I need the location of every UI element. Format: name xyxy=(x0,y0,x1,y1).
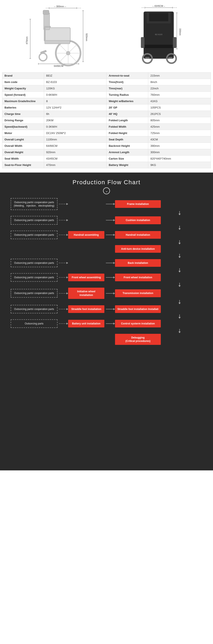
outsorcing-box-4: Outsorcing parts\ cooperation parts xyxy=(11,259,58,267)
spec-val-12-2: 300mm xyxy=(148,149,211,156)
arrow-6b xyxy=(104,277,115,278)
arrow-5b xyxy=(104,263,115,263)
spec-row-14: Seat-to-Floor Height 470mm Battery Weigh… xyxy=(2,162,211,168)
cushion-installation-box: Cushion installation xyxy=(115,216,161,224)
spec-label-12-2: Armrest Length xyxy=(107,149,148,156)
spec-row-10: Overall Lenght 1100mm Seat Depth 43CM xyxy=(2,136,211,143)
spec-row-9: Motor DC24V 250W*2 Folded Height 725mm xyxy=(2,130,211,136)
spec-label-2-1: Weight Capacity xyxy=(2,85,44,92)
spec-val-2-1: 120KG xyxy=(44,85,107,92)
svg-rect-46 xyxy=(141,37,144,48)
flow-section: Production Flow Chart ⌄ Outsorcing parts… xyxy=(0,172,213,470)
spec-val-3-2: 760mm xyxy=(148,92,211,98)
spec-val-7-2: 805mm xyxy=(148,117,211,124)
spec-table: Brand BEIZ Armrest-to-seat 215mm Item co… xyxy=(2,72,211,168)
spec-label-10-2: Seat Depth xyxy=(107,136,148,143)
arrow-3 xyxy=(58,235,68,235)
spec-label-1-1: Item code xyxy=(2,79,44,85)
flow-step-1: Outsorcing parts\ cooperation parts (Wel… xyxy=(11,198,202,210)
product-image-section: -- 300mm -- 470mm 920mm 64/66CM xyxy=(0,0,213,72)
spec-val-2-2: 22inch xyxy=(148,85,211,92)
spec-label-8-1: Speed(backward) xyxy=(2,124,44,130)
flow-step-3: Outsorcing parts\ cooperation parts Hand… xyxy=(11,230,202,239)
spec-val-14-1: 470mm xyxy=(44,162,107,168)
antiturn-installation-box: Anti-turn device installation xyxy=(115,245,161,253)
outsorcing-box-3: Outsorcing parts\ cooperation parts xyxy=(11,230,58,239)
straddle-foot-right-box: Straddle foot installation Installati xyxy=(115,305,161,313)
svg-text:920mm: 920mm xyxy=(85,34,88,41)
spec-val-0-2: 215mm xyxy=(148,72,211,79)
spec-row-7: Driving Range 20KM Folded Length 805mm xyxy=(2,117,211,124)
spec-val-4-1: 8 xyxy=(44,98,107,104)
outsorcing-box-2: Outsorcing parts\ cooperation parts xyxy=(11,216,58,224)
spec-val-8-2: 425mm xyxy=(148,124,211,130)
battery-unit-box: Battery unit installation xyxy=(68,320,104,328)
svg-rect-47 xyxy=(173,37,176,48)
arrow-6 xyxy=(58,277,68,278)
outsorcing-box-1: Outsorcing parts\ cooperation parts (Wel… xyxy=(11,198,58,210)
svg-rect-50 xyxy=(145,57,149,59)
spec-label-14-2: Battery Weight xyxy=(107,162,148,168)
spec-val-10-2: 43CM xyxy=(148,136,211,143)
handrail-installation-box: Handrail installation xyxy=(115,231,161,239)
handrail-assembling-box: Handrail assembling xyxy=(68,231,104,239)
spec-label-1-2: Tires(front) xyxy=(107,79,148,85)
spec-val-9-1: DC24V 250W*2 xyxy=(44,130,107,136)
arrow-8b xyxy=(104,309,115,309)
spec-label-0-1: Brand xyxy=(2,72,44,79)
svg-text:330mm: 330mm xyxy=(179,28,181,35)
back-installation-box: Back installation xyxy=(115,259,161,267)
spec-label-2-2: Tires(rear) xyxy=(107,85,148,92)
spec-label-11-2: Backrest Height xyxy=(107,143,148,149)
spec-val-9-2: 725mm xyxy=(148,130,211,136)
debugging-box: Debugging (Critical procedures) xyxy=(115,334,161,345)
arrow-1 xyxy=(58,204,68,204)
spec-val-10-1: 1100mm xyxy=(44,136,107,143)
arrow-8 xyxy=(58,309,68,309)
spec-val-6-2: 261PCS xyxy=(148,111,211,117)
spec-val-13-2: 820*440*740mm xyxy=(148,156,211,162)
spec-val-0-1: BEIZ xyxy=(44,72,107,79)
svg-text:470mm: 470mm xyxy=(26,36,28,44)
spec-label-4-2: Weight w/Batteries xyxy=(107,98,148,104)
spec-label-0-2: Armrest-to-seat xyxy=(107,72,148,79)
spec-val-1-2: 8inch xyxy=(148,79,211,85)
flow-step-8: Outsorcing parts\ cooperation parts Stra… xyxy=(11,305,202,314)
arrow-1b xyxy=(104,204,115,204)
spec-val-6-1: 6h xyxy=(44,111,107,117)
spec-val-14-2: 9KG xyxy=(148,162,211,168)
spec-label-7-1: Driving Range xyxy=(2,117,44,124)
spec-label-14-1: Seat-to-Floor Height xyxy=(2,162,44,168)
straddle-foot-mid-box: Straddle foot installation xyxy=(68,305,104,313)
svg-rect-51 xyxy=(168,57,172,59)
spec-label-10-1: Overall Lenght xyxy=(2,136,44,143)
transmission-installation-box: Transmission installation xyxy=(115,289,161,297)
spec-label-3-2: Turning Radius xyxy=(107,92,148,98)
spec-row-1: Item code BZ-6103 Tires(front) 8inch xyxy=(2,79,211,85)
spec-val-3-1: 0-6KM/H xyxy=(44,92,107,98)
control-systerm-box: Control systerm installation xyxy=(115,320,161,328)
spec-val-11-1: 64/66CM xyxy=(44,143,107,149)
svg-point-30 xyxy=(39,53,47,61)
svg-rect-28 xyxy=(44,26,51,28)
arrow-2 xyxy=(58,220,68,220)
spec-label-3-1: Speed (forward) xyxy=(2,92,44,98)
arrow-2b xyxy=(104,220,115,220)
svg-text:64/66CM: 64/66CM xyxy=(54,65,64,67)
spec-val-13-1: 43/45CM xyxy=(44,156,107,162)
spec-row-0: Brand BEIZ Armrest-to-seat 215mm xyxy=(2,72,211,79)
flow-step-7: Outsorcing parts\ cooperation parts Init… xyxy=(11,288,202,299)
outsorcing-box-7: Outsorcing parts\ cooperation parts xyxy=(11,305,58,314)
svg-rect-45 xyxy=(149,13,168,21)
flow-step-6: Outsorcing parts\ cooperation parts Fron… xyxy=(11,273,202,282)
spec-label-8-2: Folded Width xyxy=(107,124,148,130)
spec-val-8-1: 0-3KM/H xyxy=(44,124,107,130)
spec-row-4: Maximum Grade/Incline 8 Weight w/Batteri… xyxy=(2,98,211,104)
spec-val-11-2: 390mm xyxy=(148,143,211,149)
flow-step-10: Debugging (Critical procedures) xyxy=(11,334,202,345)
spec-label-5-2: 20' GP xyxy=(107,104,148,111)
initiative-wheel-box: Initiative wheel installation xyxy=(68,288,104,299)
svg-rect-27 xyxy=(44,27,46,41)
spec-label-13-2: Carton Size xyxy=(107,156,148,162)
spec-val-7-1: 20KM xyxy=(44,117,107,124)
